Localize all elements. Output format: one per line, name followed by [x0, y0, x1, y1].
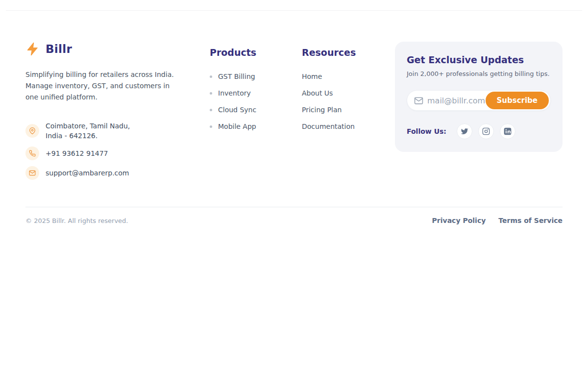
- bullet-dot: [210, 92, 212, 95]
- resources-title: Resources: [302, 47, 395, 58]
- twitter-icon: [461, 127, 468, 135]
- bullet-dot: [210, 125, 212, 128]
- email-text: support@ambarerp.com: [46, 168, 129, 178]
- products-list: GST Billing Inventory Cloud Sync Mobile …: [210, 73, 302, 130]
- newsletter-title: Get Exclusive Updates: [407, 54, 551, 65]
- twitter-button[interactable]: [457, 123, 472, 139]
- linkedin-icon: [504, 127, 512, 135]
- link-label: Mobile App: [218, 122, 256, 130]
- instagram-button[interactable]: [478, 123, 494, 139]
- terms-of-service-link[interactable]: Terms of Service: [498, 217, 563, 224]
- bullet-dot: [210, 75, 212, 78]
- newsletter-subtitle: Join 2,000+ professionals getting billin…: [407, 70, 551, 77]
- link-label: Pricing Plan: [302, 106, 342, 114]
- resources-column: Resources Home About Us Pricing Plan Doc…: [302, 42, 395, 130]
- link-label: About Us: [302, 89, 333, 97]
- bolt-icon: [25, 42, 40, 56]
- resource-link-documentation[interactable]: Documentation: [302, 122, 395, 130]
- brand-column: Billr Simplifying billing for retailers …: [25, 42, 192, 180]
- subscribe-form: Subscribe: [407, 90, 551, 111]
- footer-grid: Billr Simplifying billing for retailers …: [25, 42, 563, 180]
- contact-email: support@ambarerp.com: [25, 166, 192, 180]
- bottom-links: Privacy Policy Terms of Service: [432, 217, 563, 224]
- products-title: Products: [210, 47, 302, 58]
- phone-icon: [25, 147, 39, 160]
- subscribe-button[interactable]: Subscribe: [486, 92, 549, 109]
- product-link-gst-billing[interactable]: GST Billing: [210, 73, 302, 80]
- bottom-bar: © 2025 Billr. All rights reserved. Priva…: [25, 207, 563, 224]
- newsletter-card: Get Exclusive Updates Join 2,000+ profes…: [395, 42, 563, 152]
- brand-name: Billr: [46, 43, 72, 55]
- resources-list: Home About Us Pricing Plan Documentation: [302, 73, 395, 130]
- resource-link-about-us[interactable]: About Us: [302, 89, 395, 97]
- follow-label: Follow Us:: [407, 127, 446, 135]
- link-label: Inventory: [218, 89, 251, 97]
- product-link-cloud-sync[interactable]: Cloud Sync: [210, 106, 302, 114]
- resource-link-home[interactable]: Home: [302, 73, 395, 80]
- contact-list: Coimbatore, Tamil Nadu, India - 642126. …: [25, 121, 192, 180]
- address-line-1: Coimbatore, Tamil Nadu,: [46, 122, 130, 130]
- instagram-icon: [482, 127, 490, 135]
- link-label: Documentation: [302, 122, 355, 130]
- link-label: Cloud Sync: [218, 106, 256, 114]
- follow-row: Follow Us:: [407, 123, 551, 139]
- phone-text: +91 93612 91477: [46, 148, 108, 158]
- copyright-text: © 2025 Billr. All rights reserved.: [25, 217, 128, 224]
- brand-tagline: Simplifying billing for retailers across…: [25, 69, 180, 103]
- location-pin-icon: [25, 124, 39, 138]
- footer: Billr Simplifying billing for retailers …: [25, 11, 563, 224]
- product-link-mobile-app[interactable]: Mobile App: [210, 122, 302, 130]
- social-list: [457, 123, 515, 139]
- products-column: Products GST Billing Inventory Cloud Syn…: [210, 42, 302, 130]
- address-line-2: India - 642126.: [46, 132, 98, 140]
- contact-phone: +91 93612 91477: [25, 147, 192, 160]
- link-label: GST Billing: [218, 73, 255, 80]
- linkedin-button[interactable]: [500, 123, 515, 139]
- product-link-inventory[interactable]: Inventory: [210, 89, 302, 97]
- brand-logo: Billr: [25, 42, 192, 56]
- address-text: Coimbatore, Tamil Nadu, India - 642126.: [46, 121, 130, 141]
- envelope-icon: [25, 166, 39, 180]
- link-label: Home: [302, 73, 322, 80]
- bullet-dot: [210, 109, 212, 111]
- resource-link-pricing-plan[interactable]: Pricing Plan: [302, 106, 395, 114]
- contact-address: Coimbatore, Tamil Nadu, India - 642126.: [25, 121, 192, 141]
- privacy-policy-link[interactable]: Privacy Policy: [432, 217, 486, 224]
- mail-icon: [414, 96, 423, 105]
